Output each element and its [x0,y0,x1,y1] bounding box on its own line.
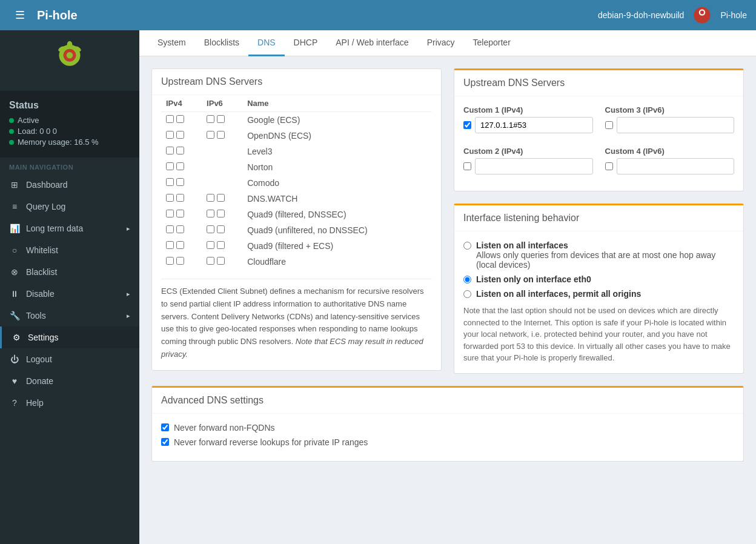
custom4-checkbox[interactable] [605,162,613,170]
disable-icon: ⏸ [9,289,20,299]
radio-all-interfaces-input[interactable] [463,242,471,250]
dns-server-row: Cloudflare [161,254,432,270]
query-log-icon: ≡ [9,202,20,211]
custom3-row: Custom 3 (IPv6) [605,105,735,133]
radio-permit-all-input[interactable] [463,290,471,298]
dns-ipv4-secondary-checkbox[interactable] [176,178,184,186]
dns-ipv4-primary-checkbox[interactable] [166,131,174,139]
dns-ipv4-secondary-checkbox[interactable] [176,162,184,170]
dns-ipv6-primary-checkbox[interactable] [207,225,214,233]
never-forward-private-checkbox[interactable] [161,438,169,446]
dns-ipv6-primary-checkbox[interactable] [207,115,214,123]
sidebar-item-label: Disable [26,289,55,299]
dns-ipv4-primary-checkbox[interactable] [166,257,174,265]
col-name: Name [242,95,432,112]
tab-system[interactable]: System [148,30,195,56]
dashboard-icon: ⊞ [9,180,20,190]
dns-ipv6-secondary-checkbox[interactable] [217,210,225,217]
interface-note: Note that the last option should not be … [463,305,734,364]
custom4-row: Custom 4 (IPv6) [605,147,735,174]
never-forward-fqdn-checkbox[interactable] [161,423,169,431]
advanced-dns-title: Advanced DNS settings [161,395,734,406]
tab-blocklists[interactable]: Blocklists [195,30,248,56]
tab-dns[interactable]: DNS [248,30,285,56]
dns-ipv4-primary-checkbox[interactable] [166,194,174,202]
dns-ipv6-primary-checkbox[interactable] [207,241,214,249]
sidebar-item-whitelist[interactable]: ○ Whitelist [0,239,139,261]
dns-ipv4-primary-checkbox[interactable] [166,225,174,233]
custom-dns-title: Upstream DNS Servers [463,78,734,88]
sidebar-item-long-term-data[interactable]: 📊 Long term data ▸ [0,217,139,239]
tab-dhcp[interactable]: DHCP [285,30,327,56]
custom1-input[interactable] [475,117,593,133]
sidebar-item-blacklist[interactable]: ⊗ Blacklist [0,261,139,283]
dns-server-name: Comodo [242,175,432,191]
dns-ipv4-primary-checkbox[interactable] [166,115,174,123]
dns-ipv6-secondary-checkbox[interactable] [217,115,225,123]
sidebar-item-help[interactable]: ? Help [0,392,139,414]
dns-ipv4-secondary-checkbox[interactable] [176,147,184,154]
dns-ipv4-secondary-checkbox[interactable] [176,131,184,139]
dns-ipv6-secondary-checkbox[interactable] [217,241,225,249]
dns-ipv6-primary-checkbox[interactable] [207,257,214,265]
dns-ipv6-secondary-checkbox[interactable] [217,225,225,233]
dns-ipv4-primary-checkbox[interactable] [166,241,174,249]
pihole-nav-logo [693,6,711,24]
dns-ipv6-primary-checkbox[interactable] [207,131,214,139]
status-panel: Status Active Load: 0 0 0 Memory usage: … [0,91,139,158]
sidebar-item-donate[interactable]: ♥ Donate [0,370,139,392]
svg-point-5 [67,52,73,59]
sidebar-item-label: Tools [26,311,46,320]
sidebar-item-label: Settings [28,333,59,342]
sidebar-item-logout[interactable]: ⏻ Logout [0,348,139,370]
custom2-checkbox[interactable] [463,162,471,170]
sidebar-item-query-log[interactable]: ≡ Query Log [0,196,139,217]
custom2-input[interactable] [475,158,593,174]
sidebar-item-label: Logout [26,354,52,364]
advanced-dns-header: Advanced DNS settings [152,388,743,414]
custom2-row: Custom 2 (IPv4) [463,147,593,174]
long-term-data-icon: 📊 [9,224,20,233]
dns-ipv6-secondary-checkbox[interactable] [217,131,225,139]
custom3-checkbox[interactable] [605,121,613,129]
sidebar-item-label: Long term data [26,224,83,233]
tab-teleporter[interactable]: Teleporter [464,30,520,56]
custom1-checkbox[interactable] [463,121,471,129]
dns-ipv4-primary-checkbox[interactable] [166,162,174,170]
tab-privacy[interactable]: Privacy [418,30,464,56]
svg-point-8 [67,41,73,48]
dns-ipv6-primary-checkbox[interactable] [207,210,214,217]
sidebar-toggle-button[interactable]: ☰ [9,5,31,25]
dns-ipv4-secondary-checkbox[interactable] [176,115,184,123]
dns-ipv4-secondary-checkbox[interactable] [176,225,184,233]
dns-ipv4-secondary-checkbox[interactable] [176,194,184,202]
svg-point-2 [700,11,704,15]
sidebar-item-tools[interactable]: 🔧 Tools ▸ [0,305,139,327]
active-label: Active [18,116,39,125]
upstream-dns-left-title: Upstream DNS Servers [161,76,432,87]
advanced-dns-box: Advanced DNS settings Never forward non-… [151,386,744,462]
custom4-input[interactable] [617,158,735,174]
sidebar-item-disable[interactable]: ⏸ Disable ▸ [0,283,139,305]
sidebar-item-settings[interactable]: ⚙ Settings [0,327,139,348]
donate-icon: ♥ [9,376,20,386]
sidebar-item-dashboard[interactable]: ⊞ Dashboard [0,174,139,196]
dns-ipv6-secondary-checkbox[interactable] [217,257,225,265]
navbar-appname: Pi-hole [720,10,747,20]
dns-ipv4-primary-checkbox[interactable] [166,147,174,154]
sidebar-item-label: Blacklist [26,267,57,277]
dns-server-row: Google (ECS) [161,112,432,128]
radio-permit-all-label: Listen on all interfaces, permit all ori… [476,289,641,299]
dns-ipv4-primary-checkbox[interactable] [166,178,174,186]
dns-ipv4-secondary-checkbox[interactable] [176,210,184,217]
dns-ipv4-primary-checkbox[interactable] [166,210,174,217]
radio-eth0-input[interactable] [463,276,471,284]
custom3-input[interactable] [617,117,735,133]
tab-api-web[interactable]: API / Web interface [327,30,417,56]
dns-ipv6-primary-checkbox[interactable] [207,194,214,202]
dns-ipv4-secondary-checkbox[interactable] [176,257,184,265]
dns-ipv6-secondary-checkbox[interactable] [217,194,225,202]
dns-server-name: Norton [242,159,432,175]
col-ipv4: IPv4 [161,95,202,112]
dns-ipv4-secondary-checkbox[interactable] [176,241,184,249]
